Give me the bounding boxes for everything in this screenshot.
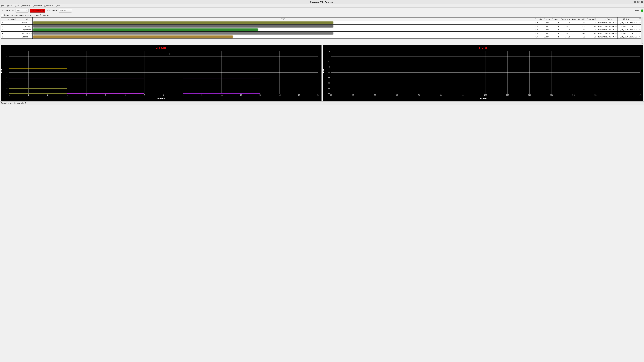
menu-spectrum[interactable]: Spectrum (44, 4, 54, 7)
col-header-signal-strength[interactable]: Signal Strength (571, 17, 586, 21)
xtick: 16 (317, 94, 319, 96)
ytick: -55 (323, 72, 330, 73)
ytick: -77 (1, 82, 8, 84)
ytick: -100 (1, 93, 8, 95)
rownum-header[interactable] (1, 17, 4, 21)
ytick: -21 (323, 56, 330, 57)
table-row[interactable]: 1ApplePSKCCMP12412-482011/15/2019 05:43:… (1, 21, 643, 24)
col-header-frequency[interactable]: Frequency (560, 17, 571, 21)
col-header-privacy[interactable]: Privacy (543, 17, 551, 21)
chart-24ghz-title: 2.4 GHz (1, 46, 322, 49)
networks-table[interactable]: macAddrvendorSSIDSecurityPrivacyChannelF… (1, 17, 643, 39)
remove-networks-checkbox[interactable] (1, 14, 3, 16)
menu-geo[interactable]: Geo (14, 4, 19, 7)
ytick: -43 (1, 66, 8, 68)
col-header-vendor[interactable]: vendor (21, 17, 32, 21)
remove-networks-row: Remove networks not seen in the past 3 m… (0, 13, 644, 17)
gps-indicator-icon (641, 9, 643, 12)
chart-24ghz: 2.4 GHz dBm Channel -10-21-32-43-55-66-7… (1, 45, 322, 101)
xtick: 130 (550, 94, 553, 96)
xtick: 40 (352, 94, 354, 96)
cursor-icon (170, 53, 172, 56)
col-header-first-seen[interactable]: First Seen (618, 17, 638, 21)
interface-select-value: wlan0 (17, 9, 22, 11)
scan-mode-select[interactable]: Normal (59, 8, 72, 12)
ytick: -88 (1, 87, 8, 89)
scan-toggle-button[interactable]: Stop scanning (30, 8, 45, 12)
chart-5ghz: 5 GHz dBm Channel -10-21-32-43-55-66-77-… (322, 45, 643, 101)
xtick: 12 (240, 94, 242, 96)
chart-5ghz-xlabel: Channel (323, 98, 643, 100)
menu-bluetooth[interactable]: Bluetooth (32, 4, 42, 7)
minimize-button[interactable]: – (634, 1, 636, 3)
menu-help[interactable]: Help (56, 4, 60, 7)
xtick: 140 (572, 94, 575, 96)
signal-ch11-purple (183, 78, 260, 94)
ytick: -21 (1, 56, 8, 57)
local-interface-label: Local Interface (1, 9, 14, 11)
xtick: 6 (124, 94, 126, 96)
networks-table-wrap: macAddrvendorSSIDSecurityPrivacyChannelF… (1, 17, 643, 44)
ytick: -10 (323, 50, 330, 52)
xtick: 150 (594, 94, 597, 96)
xtick: 30 (330, 94, 332, 96)
menubar: FileAgentGeoTelemetryBluetoothSpectrumHe… (0, 4, 644, 7)
xtick: 3 (66, 94, 68, 96)
xtick: 5 (105, 94, 106, 96)
maximize-button[interactable]: ▢ (637, 1, 640, 3)
gps-label: GPS: (635, 9, 640, 11)
xtick: 50 (374, 94, 376, 96)
titlebar: Sparrow-WiFi Analyzer – ▢ ✕ (0, 0, 644, 4)
xtick: 9 (182, 94, 184, 96)
window-title: Sparrow-WiFi Analyzer (310, 1, 334, 3)
col-header-macaddr[interactable]: macAddr (4, 17, 21, 21)
scan-mode-label: Scan Mode: (47, 9, 57, 11)
menu-agent[interactable]: Agent (6, 4, 13, 7)
chart-24ghz-plot (9, 51, 318, 94)
chart-5ghz-plot (331, 51, 640, 94)
close-button[interactable]: ✕ (641, 1, 643, 3)
xtick: 100 (484, 94, 487, 96)
table-row[interactable]: 4SagemcomPSKCCMP12412-772011/15/2019 05:… (1, 31, 643, 35)
col-header-bandwidth[interactable]: Bandwidth (586, 17, 597, 21)
xtick: 7 (144, 94, 145, 96)
table-row[interactable]: 3SagemcomPSKCCMP12412-412011/15/2019 05:… (1, 28, 643, 31)
ytick: -66 (1, 77, 8, 79)
xtick: 70 (418, 94, 420, 96)
xtick: 80 (440, 94, 442, 96)
xtick: 120 (528, 94, 531, 96)
xtick: 90 (462, 94, 464, 96)
xtick: 60 (396, 94, 398, 96)
xtick: 0 (8, 94, 10, 96)
table-row[interactable]: 5GooglePSKCCMP12412-912011/15/2019 05:43… (1, 35, 643, 39)
menu-telemetry[interactable]: Telemetry (21, 4, 31, 7)
xtick: 110 (506, 94, 509, 96)
ytick: -77 (323, 82, 330, 84)
col-header-security[interactable]: Security (534, 17, 543, 21)
scan-mode-value: Normal (60, 9, 66, 11)
xtick: 4 (86, 94, 87, 96)
table-scrollbar[interactable] (641, 17, 643, 44)
ytick: -66 (323, 77, 330, 79)
chart-5ghz-title: 5 GHz (323, 46, 643, 49)
xtick: 13 (260, 94, 261, 96)
chart-24ghz-xlabel: Channel (1, 98, 322, 100)
ytick: -100 (323, 93, 330, 95)
toolbar: Local Interface wlan0 Stop scanning Scan… (0, 7, 644, 13)
ytick: -32 (1, 61, 8, 63)
menu-file[interactable]: File (1, 4, 5, 7)
ytick: -43 (323, 66, 330, 68)
ytick: -55 (1, 72, 8, 73)
xtick: 160 (616, 94, 620, 96)
interface-select[interactable]: wlan0 (16, 8, 28, 12)
col-header-ssid[interactable]: SSID (32, 17, 534, 21)
col-header-channel[interactable]: Channel (551, 17, 560, 21)
ytick: -10 (1, 50, 8, 52)
status-bar: Scanning on interface wlan0 (0, 101, 644, 105)
ytick: -32 (323, 61, 330, 63)
xtick: 15 (298, 94, 300, 96)
col-header-last-seen[interactable]: Last Seen (597, 17, 618, 21)
charts-row: 2.4 GHz dBm Channel -10-21-32-43-55-66-7… (1, 45, 643, 101)
xtick: 2 (47, 94, 48, 96)
table-row[interactable]: 2HonHaiPrPSKCCMP12412-802011/15/2019 05:… (1, 24, 643, 28)
